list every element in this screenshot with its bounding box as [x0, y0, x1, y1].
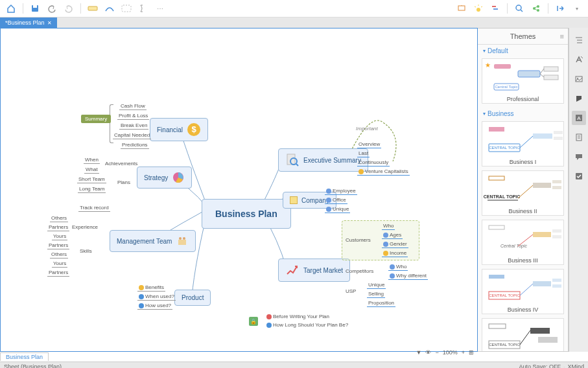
- sheet-tab[interactable]: Business Plan: [0, 352, 49, 361]
- node-financial[interactable]: Financial$: [150, 118, 208, 141]
- panel-menu-icon[interactable]: ≡: [560, 32, 564, 40]
- main-toolbar: ⋯ ▾: [0, 0, 588, 17]
- leaf[interactable]: Overview: [357, 141, 381, 148]
- zoom-controls: ▼ 👁 − 100% + ⊞: [414, 348, 476, 357]
- leaf[interactable]: What: [84, 167, 99, 174]
- leaf[interactable]: Last: [357, 150, 370, 157]
- svg-text:CENTRAL TOPIC: CENTRAL TOPIC: [489, 146, 520, 150]
- autosave-status: Auto Save: OFF: [519, 363, 561, 368]
- comments-icon[interactable]: [572, 150, 586, 164]
- share-icon[interactable]: [529, 2, 543, 15]
- theme-business2[interactable]: CENTRAL TOPIC Business II: [482, 170, 564, 216]
- section-default[interactable]: Default: [478, 45, 568, 57]
- close-icon[interactable]: ✕: [47, 20, 52, 26]
- task-icon[interactable]: [572, 169, 586, 183]
- leaf[interactable]: Track record: [78, 205, 110, 212]
- svg-rect-44: [552, 186, 561, 189]
- search-icon[interactable]: [512, 2, 526, 15]
- summary-icon[interactable]: [136, 2, 150, 15]
- leaf[interactable]: Unique: [325, 206, 350, 213]
- leaf[interactable]: How used?: [137, 303, 172, 310]
- leaf[interactable]: Long Team: [78, 186, 106, 193]
- node-management[interactable]: Management Team: [110, 230, 196, 252]
- floating-topic[interactable]: How Long Should Your Plan Be?: [266, 322, 348, 328]
- leaf[interactable]: When used?: [137, 293, 176, 301]
- leaf[interactable]: Who: [388, 264, 408, 271]
- leaf[interactable]: Proposition: [367, 300, 395, 307]
- zoom-level: 100%: [443, 349, 458, 356]
- node-product[interactable]: Product: [174, 290, 211, 306]
- leaf[interactable]: Venture Capitalists: [357, 168, 410, 176]
- leaf[interactable]: Employee: [325, 188, 357, 195]
- theme-business1[interactable]: CENTRAL TOPIC Business I: [482, 121, 564, 167]
- leaf[interactable]: Break Even: [119, 122, 148, 130]
- fit-icon[interactable]: ⊞: [469, 349, 474, 356]
- svg-rect-73: [576, 134, 582, 141]
- node-exec[interactable]: Executive Summary: [278, 148, 368, 172]
- filter-icon[interactable]: ▼: [416, 349, 422, 356]
- marker-icon[interactable]: [572, 91, 586, 106]
- leaf[interactable]: Partners: [47, 242, 69, 249]
- node-target[interactable]: Target Market: [278, 259, 350, 282]
- leaf[interactable]: Cash Flow: [119, 103, 147, 110]
- leaf[interactable]: Continuously: [357, 159, 390, 167]
- redo-icon[interactable]: [62, 2, 76, 15]
- leaf[interactable]: Benefits: [137, 284, 165, 292]
- leaf[interactable]: Others: [50, 251, 68, 259]
- summary-tag[interactable]: Summary: [81, 115, 111, 123]
- leaf[interactable]: Short Team: [77, 176, 106, 183]
- theme-professional[interactable]: ★ Central Topic Professional: [482, 58, 564, 104]
- leaf[interactable]: Predictions: [121, 142, 149, 149]
- leaf[interactable]: Unique: [367, 282, 386, 289]
- relationship-icon[interactable]: [102, 2, 117, 15]
- leaf-label: Plans: [117, 179, 130, 185]
- leaf[interactable]: Income: [382, 250, 408, 257]
- zoom-in[interactable]: +: [462, 349, 465, 356]
- leaf[interactable]: Gender: [382, 241, 408, 248]
- leaf[interactable]: Capital Needed: [113, 132, 151, 139]
- gantt-icon[interactable]: [488, 2, 502, 15]
- central-topic[interactable]: Business Plan: [202, 199, 291, 229]
- topic-icon[interactable]: [86, 2, 100, 15]
- leaf[interactable]: Who: [382, 223, 395, 230]
- image-icon[interactable]: [572, 72, 586, 86]
- eye-icon[interactable]: 👁: [425, 349, 431, 356]
- theme-business4[interactable]: CENTRAL TOPIC Business IV: [482, 269, 564, 314]
- section-business[interactable]: Business: [478, 108, 568, 120]
- zoom-out[interactable]: −: [435, 349, 438, 356]
- leaf[interactable]: Partners: [47, 224, 69, 231]
- theme-business3[interactable]: Central Topic Business III: [482, 220, 564, 265]
- leaf[interactable]: When: [84, 157, 100, 164]
- leaf[interactable]: Others: [50, 215, 68, 222]
- save-icon[interactable]: [28, 2, 42, 15]
- export-icon[interactable]: [553, 2, 567, 15]
- svg-line-24: [296, 164, 298, 166]
- floating-topic[interactable]: Before Writing Your Plan: [266, 314, 329, 319]
- outline-icon[interactable]: [572, 33, 586, 47]
- leaf[interactable]: Office: [325, 197, 347, 204]
- theme-business5[interactable]: CENTRAL TOPIC: [482, 318, 564, 351]
- undo-icon[interactable]: [45, 2, 59, 15]
- floating-topic-icon[interactable]: 🔒: [249, 317, 258, 326]
- leaf[interactable]: Yours: [52, 260, 67, 268]
- format-icon[interactable]: [572, 52, 586, 67]
- node-strategy[interactable]: Strategy: [137, 167, 192, 189]
- notes-icon[interactable]: [572, 130, 586, 144]
- more-icon[interactable]: ⋯: [153, 2, 167, 15]
- themes-icon[interactable]: A: [572, 111, 586, 125]
- leaf[interactable]: Selling: [367, 291, 385, 298]
- leaf[interactable]: Yours: [52, 233, 67, 240]
- svg-rect-2: [88, 6, 97, 10]
- home-icon[interactable]: [4, 2, 18, 15]
- presentation-icon[interactable]: [454, 2, 469, 15]
- leaf[interactable]: Ages: [382, 232, 403, 239]
- file-tab[interactable]: *Business Plan✕: [0, 17, 57, 28]
- mindmap-canvas[interactable]: Business Plan Financial$ Cash Flow Profi…: [0, 28, 478, 352]
- boundary-icon[interactable]: [119, 2, 134, 15]
- brainstorm-icon[interactable]: [471, 2, 486, 15]
- svg-rect-62: [530, 328, 550, 334]
- dropdown-icon[interactable]: ▾: [570, 2, 584, 15]
- leaf[interactable]: Profit & Loss: [117, 113, 149, 120]
- leaf[interactable]: Why different: [388, 273, 428, 280]
- leaf[interactable]: Partners: [47, 270, 69, 277]
